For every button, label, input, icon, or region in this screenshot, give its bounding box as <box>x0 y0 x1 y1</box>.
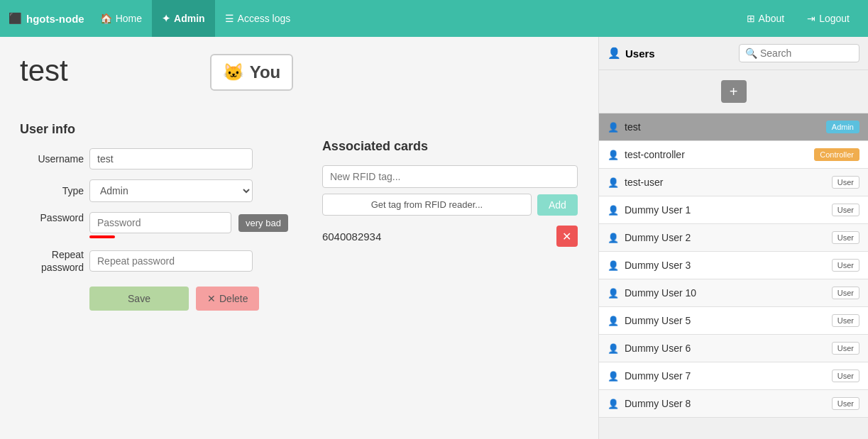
role-badge: User <box>832 176 859 189</box>
user-list-item[interactable]: 👤Dummy User 8User <box>599 390 868 418</box>
role-badge: User <box>832 204 859 216</box>
get-tag-button[interactable]: Get tag from RFID reader... <box>322 194 532 216</box>
user-name: test-user <box>625 177 663 188</box>
nav-logout[interactable]: ⇥ Logout <box>797 0 859 37</box>
user-name: test <box>625 121 641 133</box>
cards-section: Associated cards Get tag from RFID reade… <box>322 122 578 311</box>
remove-tag-button[interactable]: ✕ <box>556 226 578 247</box>
user-person-icon: 👤 <box>608 288 619 299</box>
users-icon: 👤 <box>608 47 621 60</box>
cards-title: Associated cards <box>322 139 578 154</box>
user-list: 👤testAdmin👤test-controllerController👤tes… <box>599 113 868 439</box>
add-tag-button[interactable]: Add <box>537 194 578 216</box>
user-list-item[interactable]: 👤test-userUser <box>599 169 868 196</box>
list-icon <box>225 13 234 24</box>
content-area: test 🐱 You User info Username Type Admin <box>0 37 598 439</box>
role-badge: User <box>832 259 859 272</box>
user-name: Dummy User 8 <box>625 398 691 409</box>
type-select[interactable]: Admin Controller User <box>89 179 253 202</box>
info-icon: ⊞ <box>747 13 755 24</box>
nav-access-logs[interactable]: Access logs <box>215 0 301 37</box>
logout-icon: ⇥ <box>807 13 815 24</box>
user-list-item[interactable]: 👤testAdmin <box>599 113 868 141</box>
nav-access-logs-label: Access logs <box>238 13 291 24</box>
user-list-item[interactable]: 👤Dummy User 10User <box>599 279 868 307</box>
sidebar-header: 👤 Users 🔍 <box>599 37 868 70</box>
search-icon: 🔍 <box>745 48 757 59</box>
search-input[interactable] <box>760 48 852 59</box>
username-label: Username <box>20 153 84 165</box>
rfid-row: Get tag from RFID reader... Add <box>322 194 578 216</box>
repeat-password-input[interactable] <box>89 250 253 272</box>
user-list-item[interactable]: 👤Dummy User 7User <box>599 362 868 390</box>
delete-label: Delete <box>219 293 248 304</box>
role-badge: User <box>832 231 859 244</box>
nav-right: ⊞ About ⇥ Logout <box>737 0 859 37</box>
user-person-icon: 👤 <box>608 371 619 382</box>
user-list-item[interactable]: 👤Dummy User 3User <box>599 252 868 279</box>
nav-home[interactable]: Home <box>90 0 152 37</box>
nav-admin[interactable]: ✦ Admin <box>152 0 215 37</box>
you-label: You <box>250 62 281 82</box>
user-person-icon: 👤 <box>608 177 619 188</box>
repeat-password-group: Repeat password <box>20 248 288 274</box>
username-group: Username <box>20 148 288 170</box>
role-badge: User <box>832 397 859 410</box>
delete-icon: ✕ <box>207 293 216 304</box>
user-list-item[interactable]: 👤Dummy User 2User <box>599 224 868 252</box>
home-icon <box>100 13 112 24</box>
save-button[interactable]: Save <box>89 287 189 311</box>
user-person-icon: 👤 <box>608 122 619 133</box>
user-list-item[interactable]: 👤Dummy User 1User <box>599 196 868 224</box>
brand[interactable]: ⬛ hgots-node <box>9 12 84 25</box>
repeat-password-label: Repeat password <box>20 248 84 274</box>
user-name: Dummy User 10 <box>625 287 696 299</box>
user-person-icon: 👤 <box>608 150 619 160</box>
user-name: Dummy User 5 <box>625 315 691 326</box>
add-user-button[interactable]: + <box>721 80 747 103</box>
password-input[interactable] <box>89 212 231 233</box>
role-badge: User <box>832 342 859 355</box>
navbar: ⬛ hgots-node Home ✦ Admin Access logs ⊞ … <box>0 0 868 37</box>
user-list-item[interactable]: 👤Dummy User 6User <box>599 335 868 362</box>
user-name: Dummy User 3 <box>625 260 691 271</box>
user-info-section: User info Username Type Admin Controller… <box>20 122 288 311</box>
sidebar-header-left: 👤 Users <box>608 47 655 60</box>
main-layout: test 🐱 You User info Username Type Admin <box>0 37 868 439</box>
user-name: test-controller <box>625 149 685 160</box>
type-group: Type Admin Controller User <box>20 179 288 202</box>
search-box[interactable]: 🔍 <box>739 44 859 62</box>
role-badge: User <box>832 369 859 382</box>
delete-button[interactable]: ✕ Delete <box>196 287 259 311</box>
user-person-icon: 👤 <box>608 316 619 326</box>
strength-bar <box>89 235 115 238</box>
password-group: Passwordvery bad <box>20 212 288 238</box>
role-badge: User <box>832 314 859 327</box>
new-rfid-input[interactable] <box>322 165 578 188</box>
nav-about[interactable]: ⊞ About <box>737 0 795 37</box>
nav-admin-label: Admin <box>174 13 205 24</box>
user-person-icon: 👤 <box>608 399 619 409</box>
user-list-item[interactable]: 👤test-controllerController <box>599 141 868 169</box>
nav-about-label: About <box>759 13 785 24</box>
role-badge: User <box>832 287 859 299</box>
role-badge: Controller <box>814 148 859 161</box>
admin-icon: ✦ <box>162 13 170 24</box>
github-icon: 🐱 <box>223 62 244 82</box>
nav-home-label: Home <box>116 13 142 24</box>
password-label: Password <box>20 212 84 223</box>
top-row: test 🐱 You <box>20 54 578 105</box>
tag-row: 6040082934 ✕ <box>322 226 578 247</box>
you-badge: 🐱 You <box>210 54 294 91</box>
button-row: Save ✕ Delete <box>89 287 288 311</box>
user-list-item[interactable]: 👤Dummy User 5User <box>599 307 868 335</box>
nav-logout-label: Logout <box>819 13 850 24</box>
users-label: Users <box>625 48 655 60</box>
tag-value: 6040082934 <box>322 230 381 243</box>
user-name: Dummy User 2 <box>625 232 691 243</box>
role-badge: Admin <box>826 121 859 133</box>
username-input[interactable] <box>89 148 253 170</box>
type-label: Type <box>20 185 84 196</box>
user-person-icon: 👤 <box>608 233 619 243</box>
brand-icon: ⬛ <box>9 12 22 25</box>
